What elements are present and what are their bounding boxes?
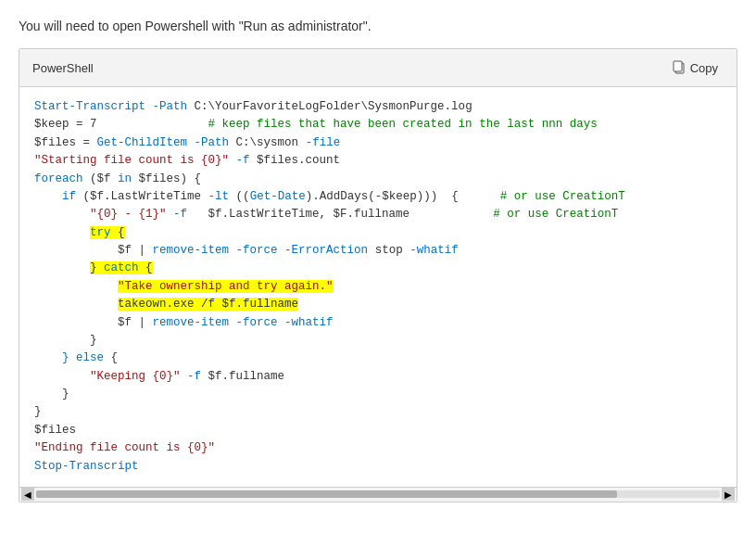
scrollbar[interactable]: ◀ ▶	[19, 487, 737, 502]
scroll-right-button[interactable]: ▶	[722, 488, 735, 501]
scroll-track[interactable]	[36, 490, 720, 498]
code-header: PowerShell Copy	[19, 49, 737, 87]
intro-text: You will need to open Powershell with "R…	[19, 19, 737, 33]
copy-button[interactable]: Copy	[667, 58, 724, 77]
copy-label: Copy	[690, 61, 718, 75]
svg-rect-1	[674, 61, 682, 71]
code-body[interactable]: Start-Transcript -Path C:\YourFavoriteLo…	[19, 87, 737, 487]
code-header-title: PowerShell	[32, 61, 94, 75]
scroll-thumb	[36, 490, 617, 498]
code-container: PowerShell Copy Start-Transcript -Path C…	[19, 48, 737, 502]
scroll-left-button[interactable]: ◀	[21, 488, 34, 501]
copy-icon	[673, 60, 686, 75]
